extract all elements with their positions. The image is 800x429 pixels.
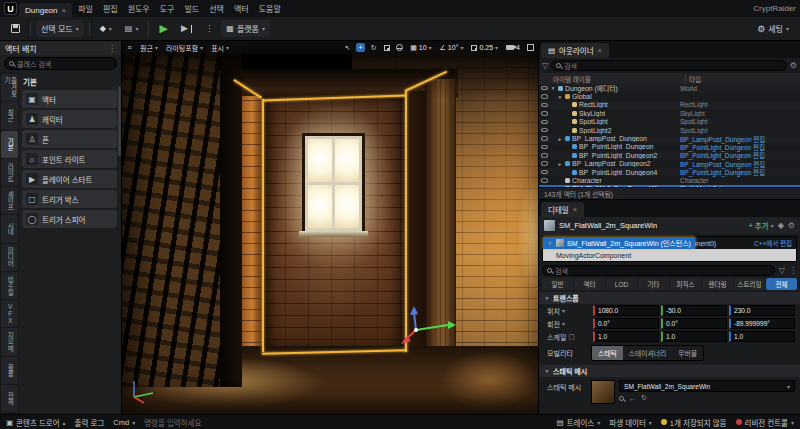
- staticmesh-select[interactable]: SM_FlatWall_2m_SquareWin▾: [619, 380, 795, 392]
- panel-options-icon[interactable]: ⋮: [108, 44, 116, 53]
- visibility-eye-icon[interactable]: [541, 145, 548, 150]
- staticmesh-section-header[interactable]: ▾스태틱 메시: [539, 365, 800, 377]
- show-dropdown[interactable]: 표시▾: [209, 42, 231, 54]
- outliner-row[interactable]: ▾Dungeon (에디터)World: [539, 84, 800, 92]
- skip-button[interactable]: ▶: [176, 21, 197, 36]
- platforms-dropdown[interactable]: ▦플랫폼▾: [221, 20, 270, 37]
- visibility-eye-icon[interactable]: [541, 128, 548, 133]
- scale-z-field[interactable]: 1.0: [729, 331, 795, 342]
- place-item-triggerbox[interactable]: ▢트리거 박스: [22, 190, 117, 208]
- play-button[interactable]: ▶: [154, 20, 172, 37]
- component-row-moving[interactable]: MovingActorComponent: [543, 249, 796, 261]
- save-button[interactable]: [6, 21, 25, 36]
- filter-tab-streaming[interactable]: 스트리밍: [734, 278, 765, 290]
- play-options-button[interactable]: ⋮: [200, 21, 218, 36]
- filter-tab-all[interactable]: 전체: [766, 278, 797, 290]
- tab-volumes[interactable]: 볼륨: [1, 357, 18, 384]
- visibility-eye-icon[interactable]: [541, 86, 548, 91]
- filter-tab-rendering[interactable]: 렌더링: [702, 278, 733, 290]
- translate-gizmo[interactable]: [400, 304, 458, 348]
- tab-favorites[interactable]: 즐겨찾기: [1, 74, 18, 101]
- viewmode-dropdown[interactable]: 라이팅포함▾: [164, 42, 205, 54]
- filter-tab-misc[interactable]: 기타: [638, 278, 669, 290]
- derived-data-button[interactable]: 파생 데이터▾: [609, 417, 652, 428]
- visibility-eye-icon[interactable]: [541, 94, 548, 99]
- tab-shapes[interactable]: 셰이프: [1, 187, 18, 214]
- place-search-input[interactable]: 클래스 검색: [4, 57, 117, 70]
- details-pin-icon[interactable]: ⋮: [789, 266, 797, 275]
- visibility-eye-icon[interactable]: [541, 111, 548, 116]
- outliner-row[interactable]: ▾Global: [539, 92, 800, 100]
- scale-snap-control[interactable]: 0.25▾: [469, 43, 500, 52]
- filter-tab-actor[interactable]: 액터: [574, 278, 605, 290]
- menu-select[interactable]: 선택: [205, 3, 228, 14]
- move-tool-icon[interactable]: +: [356, 43, 365, 52]
- blueprints-dropdown[interactable]: ◆▾: [95, 21, 117, 36]
- level-tab[interactable]: Dungeon ×: [19, 3, 72, 17]
- maximize-viewport-icon[interactable]: [526, 43, 535, 52]
- console-input[interactable]: 명령을 입력하세요: [144, 417, 201, 428]
- outliner-row[interactable]: SkyLightSkyLight: [539, 109, 800, 117]
- rotate-tool-icon[interactable]: ↻: [369, 43, 378, 52]
- viewport-3d[interactable]: ≡ 원근▾ 라이팅포함▾ 표시▾ ↖ + ↻ ▦10▾ ∠10°▾ 0.25▾ …: [122, 41, 538, 414]
- outliner-row[interactable]: CharacterCharacter: [539, 176, 800, 184]
- rotation-x-field[interactable]: 0.0°: [593, 318, 659, 329]
- viewport-menu-icon[interactable]: ≡: [125, 43, 134, 52]
- tab-visual[interactable]: 비주얼: [1, 272, 18, 299]
- filter-tab-lod[interactable]: LOD: [606, 278, 637, 290]
- visibility-eye-icon[interactable]: [541, 136, 548, 141]
- outliner-row[interactable]: SpotLightSpotLight: [539, 118, 800, 126]
- tab-cinematic[interactable]: 시네: [1, 215, 18, 242]
- tab-basic[interactable]: 기본: [1, 131, 18, 158]
- scrollbar[interactable]: [118, 86, 121, 156]
- scale-x-field[interactable]: 1.0: [593, 331, 659, 342]
- outliner-search-input[interactable]: 검색: [551, 60, 787, 71]
- cmd-dropdown[interactable]: Cmd▾: [113, 418, 135, 427]
- details-settings-icon[interactable]: ⚙: [788, 221, 795, 230]
- mobility-movable[interactable]: 무버블: [672, 346, 703, 360]
- visibility-eye-icon[interactable]: [541, 153, 548, 158]
- menu-edit[interactable]: 편집: [99, 3, 122, 14]
- filter-icon[interactable]: ▽: [542, 61, 548, 70]
- select-mode-dropdown[interactable]: 선택 모드▾: [36, 20, 84, 37]
- menu-window[interactable]: 윈도우: [124, 3, 154, 14]
- revision-control-button[interactable]: 리비전 컨트롤▾: [736, 417, 795, 428]
- camera-speed-control[interactable]: 4: [504, 43, 522, 52]
- select-tool-icon[interactable]: ↖: [343, 43, 352, 52]
- close-icon[interactable]: ×: [598, 46, 602, 55]
- menu-help[interactable]: 도움말: [255, 3, 285, 14]
- details-filter-icon[interactable]: ▽: [779, 266, 785, 275]
- filter-tab-general[interactable]: 일반: [542, 278, 573, 290]
- tab-vfx[interactable]: VFX: [1, 300, 18, 327]
- visibility-eye-icon[interactable]: [541, 170, 548, 175]
- unsaved-status[interactable]: 1개 저장되지 않음: [661, 417, 727, 428]
- tab-media[interactable]: 미디어: [1, 244, 18, 271]
- browse-icon[interactable]: [619, 396, 624, 401]
- tab-lights[interactable]: 라이트: [1, 159, 18, 186]
- edit-cpp-link[interactable]: C++에서 편집: [754, 238, 792, 248]
- settings-dropdown[interactable]: ⚙세팅▾: [752, 20, 794, 37]
- scale-y-field[interactable]: 1.0: [661, 331, 727, 342]
- perspective-dropdown[interactable]: 원근▾: [138, 42, 160, 54]
- angle-snap-control[interactable]: ∠10°▾: [438, 43, 466, 53]
- mobility-static[interactable]: 스태틱: [592, 346, 623, 360]
- close-icon[interactable]: ×: [61, 6, 66, 15]
- location-y-field[interactable]: -50.0: [661, 305, 727, 316]
- scale-tool-icon[interactable]: [382, 43, 391, 52]
- place-item-character[interactable]: ♟캐릭터: [22, 110, 117, 128]
- place-item-playerstart[interactable]: ▶플레이어 스타트: [22, 170, 117, 188]
- outliner-row[interactable]: RectLightRectLight: [539, 101, 800, 109]
- outliner-settings-icon[interactable]: ⚙: [790, 61, 797, 70]
- place-item-triggersphere[interactable]: ◯트리거 스피어: [22, 210, 117, 228]
- convert-blueprint-icon[interactable]: ◆: [778, 221, 784, 230]
- menu-actor[interactable]: 액터: [230, 3, 253, 14]
- menu-file[interactable]: 파일: [74, 3, 97, 14]
- transform-section-header[interactable]: ▾트랜스폼: [539, 292, 800, 304]
- filter-tab-physics[interactable]: 피직스: [670, 278, 701, 290]
- rotation-label[interactable]: 회전▾: [547, 319, 591, 329]
- add-component-button[interactable]: +추가▾: [748, 220, 773, 231]
- outliner-row[interactable]: BP_PointLight_Dungeon4BP_PointLight_Dung…: [539, 168, 800, 176]
- tab-all[interactable]: 전체: [1, 385, 18, 412]
- tab-geometry[interactable]: 지오메: [1, 328, 18, 355]
- mesh-thumbnail[interactable]: [591, 380, 615, 404]
